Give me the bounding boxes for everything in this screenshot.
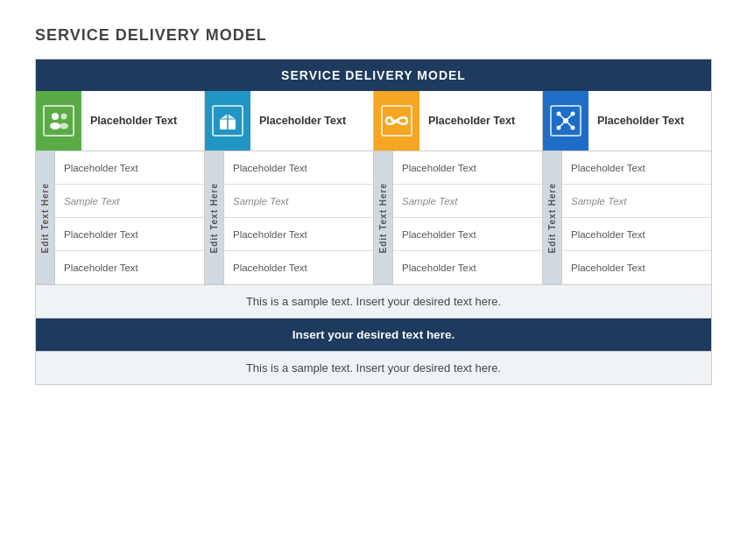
body-col-1: Edit Text HerePlaceholder TextSample Tex… [205,151,374,284]
body-section: Edit Text HerePlaceholder TextSample Tex… [36,151,711,285]
svg-line-15 [559,121,566,128]
icon-cell-0 [36,91,81,150]
body-cell-3-0: Placeholder Text [562,151,711,185]
table-header: SERVICE DELIVERY MODEL [36,60,711,91]
body-cells-3: Placeholder TextSample TextPlaceholder T… [562,151,711,284]
rotate-label-0: Edit Text Here [36,151,55,284]
rotate-label-2: Edit Text Here [374,151,393,284]
body-cell-3-3: Placeholder Text [562,251,711,284]
icon-cell-1 [205,91,250,150]
footer-dark: Insert your desired text here. [36,318,711,352]
table-wrapper: SERVICE DELIVERY MODEL Placeholder Text … [35,59,712,385]
icon-header-text-0: Placeholder Text [81,91,204,150]
body-cell-2-3: Placeholder Text [393,251,542,284]
body-cells-1: Placeholder TextSample TextPlaceholder T… [224,151,373,284]
body-cell-1-3: Placeholder Text [224,251,373,284]
body-cell-3-1: Sample Text [562,185,711,218]
rotate-label-3: Edit Text Here [543,151,562,284]
icon-col-3: Placeholder Text [543,91,711,150]
svg-line-16 [566,121,573,128]
rotate-label-1: Edit Text Here [205,151,224,284]
icon-header-text-3: Placeholder Text [588,91,711,150]
body-col-3: Edit Text HerePlaceholder TextSample Tex… [543,151,711,284]
icon-header-text-1: Placeholder Text [250,91,373,150]
svg-point-1 [50,122,60,130]
body-cell-2-1: Sample Text [393,185,542,218]
footer-light-2: This is a sample text. Insert your desir… [36,352,711,384]
body-cell-3-2: Placeholder Text [562,218,711,251]
body-cell-1-1: Sample Text [224,185,373,218]
body-cell-0-2: Placeholder Text [55,218,204,251]
body-cells-2: Placeholder TextSample TextPlaceholder T… [393,151,542,284]
icon-col-2: Placeholder Text [374,91,543,150]
icon-col-0: Placeholder Text [36,91,205,150]
body-cell-0-3: Placeholder Text [55,251,204,284]
icon-row: Placeholder Text Placeholder Text Placeh… [36,91,711,151]
svg-line-14 [566,114,573,121]
svg-point-3 [60,123,68,130]
svg-line-13 [559,114,566,121]
icon-cell-2 [374,91,419,150]
page-title: SERVICE DELIVERY MODEL [35,26,712,45]
body-cell-2-2: Placeholder Text [393,218,542,251]
body-cell-1-0: Placeholder Text [224,151,373,185]
body-cells-0: Placeholder TextSample TextPlaceholder T… [55,151,204,284]
footer-light-1: This is a sample text. Insert your desir… [36,285,711,318]
svg-point-0 [52,113,59,120]
svg-point-2 [61,114,67,120]
icon-header-text-2: Placeholder Text [419,91,542,150]
icon-col-1: Placeholder Text [205,91,374,150]
body-cell-2-0: Placeholder Text [393,151,542,185]
body-cell-0-0: Placeholder Text [55,151,204,185]
body-col-0: Edit Text HerePlaceholder TextSample Tex… [36,151,205,284]
body-cell-0-1: Sample Text [55,185,204,218]
body-cell-1-2: Placeholder Text [224,218,373,251]
body-col-2: Edit Text HerePlaceholder TextSample Tex… [374,151,543,284]
icon-cell-3 [543,91,588,150]
